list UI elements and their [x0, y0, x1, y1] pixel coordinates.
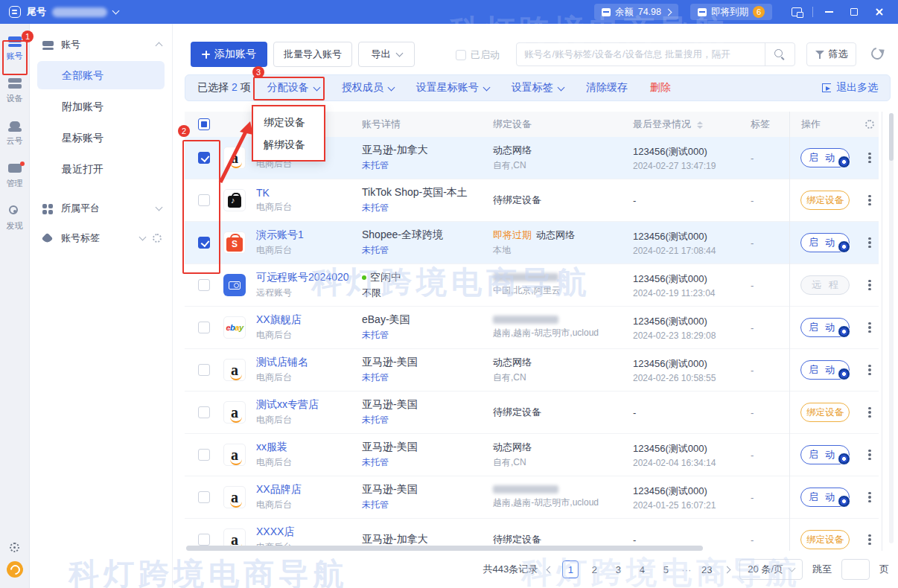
bind-device-button[interactable]: 绑定设备 — [800, 403, 850, 422]
page-number-4[interactable]: 4 — [634, 560, 650, 578]
more-actions-icon[interactable] — [868, 322, 870, 333]
rail-item-account[interactable]: 账号 — [7, 36, 23, 62]
start-button[interactable]: 启 动 — [800, 318, 850, 337]
row-checkbox[interactable] — [198, 491, 210, 503]
row-checkbox[interactable] — [198, 279, 210, 291]
more-actions-icon[interactable] — [868, 153, 870, 164]
row-checkbox[interactable] — [198, 449, 210, 461]
hosting-status[interactable]: 未托管 — [362, 159, 491, 172]
row-checkbox[interactable] — [198, 152, 210, 164]
page-number-3[interactable]: 3 — [610, 560, 626, 578]
bulk-action-5[interactable]: 清除缓存 — [586, 81, 628, 95]
rail-item-manage[interactable]: 管理 — [7, 163, 23, 189]
page-number-5[interactable]: 5 — [657, 560, 674, 578]
chevron-down-icon[interactable] — [112, 7, 120, 14]
batch-import-button[interactable]: 批量导入账号 — [273, 42, 352, 67]
start-button[interactable]: 启 动 — [800, 233, 850, 252]
filter-button[interactable]: 筛选 — [806, 42, 856, 66]
more-actions-icon[interactable] — [868, 534, 870, 546]
export-button[interactable]: 导出 — [358, 42, 415, 67]
more-actions-icon[interactable] — [868, 407, 870, 418]
tag-settings-gear-icon[interactable] — [153, 234, 162, 243]
bulk-action-3[interactable]: 设置星标账号 — [416, 81, 489, 95]
prev-page-button[interactable] — [547, 567, 553, 572]
menu-item-2[interactable]: 解绑设备 — [253, 133, 324, 156]
row-checkbox[interactable] — [198, 194, 210, 206]
page-size-select[interactable]: 20 条/页 — [739, 559, 803, 580]
started-filter-checkbox[interactable]: 已启动 — [456, 48, 500, 62]
row-checkbox[interactable] — [198, 322, 210, 333]
sidebar-nav-item-4[interactable]: 最近打开 — [37, 155, 165, 183]
search-button[interactable] — [765, 43, 794, 65]
vertical-scrollbar-track[interactable] — [889, 113, 894, 543]
horizontal-scrollbar-thumb[interactable] — [186, 546, 703, 551]
multi-window-button[interactable] — [784, 0, 809, 24]
menu-item-1[interactable]: 绑定设备 — [253, 111, 324, 133]
account-name[interactable]: XXXX店 — [256, 525, 353, 539]
hosting-status[interactable]: 未托管 — [362, 329, 491, 342]
close-button[interactable] — [867, 0, 892, 24]
exit-multiselect-button[interactable]: 退出多选 — [822, 81, 878, 95]
balance-pill[interactable]: 余额 74.98 — [594, 4, 678, 20]
select-all-checkbox[interactable] — [198, 118, 210, 130]
settings-gear-icon[interactable] — [10, 543, 19, 552]
account-name[interactable]: 测试xx专营店 — [256, 398, 353, 412]
minimize-button[interactable] — [816, 0, 841, 24]
hosting-status[interactable]: 未托管 — [362, 244, 491, 257]
hosting-status[interactable]: 未托管 — [362, 456, 491, 469]
sidebar-nav-item-1[interactable]: 全部账号 — [37, 61, 165, 89]
account-name[interactable]: TK — [256, 187, 353, 199]
more-actions-icon[interactable] — [868, 237, 870, 249]
row-checkbox[interactable] — [198, 406, 210, 418]
more-actions-icon[interactable] — [868, 280, 870, 291]
more-actions-icon[interactable] — [868, 450, 870, 461]
more-actions-icon[interactable] — [868, 195, 870, 206]
maximize-button[interactable] — [841, 0, 867, 24]
hosting-status[interactable]: 未托管 — [362, 371, 491, 384]
rail-item-cloud[interactable]: 云号 — [7, 121, 23, 147]
account-name[interactable]: XX旗舰店 — [256, 313, 353, 327]
start-button[interactable]: 启 动 — [800, 360, 850, 380]
column-settings-gear-icon[interactable] — [865, 120, 874, 129]
header-last-login[interactable]: 最后登录情况 — [633, 118, 745, 131]
account-name[interactable]: 测试店铺名 — [256, 356, 353, 369]
sidebar-nav-item-2[interactable]: 附加账号 — [37, 92, 165, 121]
jump-page-input[interactable] — [841, 559, 870, 580]
bulk-action-4[interactable]: 设置标签 — [512, 81, 564, 95]
add-account-button[interactable]: 添加账号 — [191, 42, 267, 67]
search-input[interactable] — [517, 49, 765, 60]
bind-device-button[interactable]: 绑定设备 — [800, 191, 850, 210]
bulk-action-2[interactable]: 授权成员 — [342, 81, 394, 95]
account-name[interactable]: XX品牌店 — [256, 483, 353, 496]
more-actions-icon[interactable] — [868, 365, 870, 376]
bind-device-button[interactable]: 绑定设备 — [800, 530, 850, 549]
row-checkbox[interactable] — [198, 237, 210, 249]
row-checkbox[interactable] — [198, 534, 210, 546]
bulk-action-1[interactable]: 分配设备 — [267, 81, 319, 95]
account-name[interactable]: 可远程账号2024020 — [256, 271, 353, 284]
sort-icon[interactable] — [697, 121, 703, 129]
account-name[interactable]: xx服装 — [256, 441, 353, 454]
start-button[interactable]: 启 动 — [800, 445, 850, 464]
page-number-23[interactable]: 23 — [698, 560, 715, 578]
hosting-status[interactable]: 未托管 — [362, 414, 491, 426]
rail-item-discover[interactable]: 发现 — [7, 205, 23, 231]
refresh-button[interactable] — [869, 45, 885, 62]
vertical-scrollbar-thumb[interactable] — [889, 113, 894, 161]
sidebar-group-tags[interactable]: 账号标签 — [30, 223, 172, 253]
expire-pill[interactable]: 即将到期 6 — [690, 4, 772, 20]
page-number-2[interactable]: 2 — [586, 560, 602, 578]
hosting-status[interactable]: 未托管 — [362, 202, 491, 214]
sidebar-section-account[interactable]: 账号 — [30, 30, 172, 60]
page-number-1[interactable]: 1 — [562, 560, 579, 578]
next-page-button[interactable] — [725, 567, 730, 572]
hosting-status[interactable]: 未托管 — [362, 499, 491, 511]
sidebar-group-platform[interactable]: 所属平台 — [30, 194, 172, 223]
more-actions-icon[interactable] — [868, 492, 870, 503]
rail-item-device[interactable]: 设备 — [7, 78, 23, 104]
start-button[interactable]: 启 动 — [800, 148, 850, 167]
start-button[interactable]: 启 动 — [800, 488, 850, 507]
sidebar-nav-item-3[interactable]: 星标账号 — [37, 124, 165, 152]
remote-button[interactable]: 远 程 — [800, 275, 850, 295]
row-checkbox[interactable] — [198, 364, 210, 376]
